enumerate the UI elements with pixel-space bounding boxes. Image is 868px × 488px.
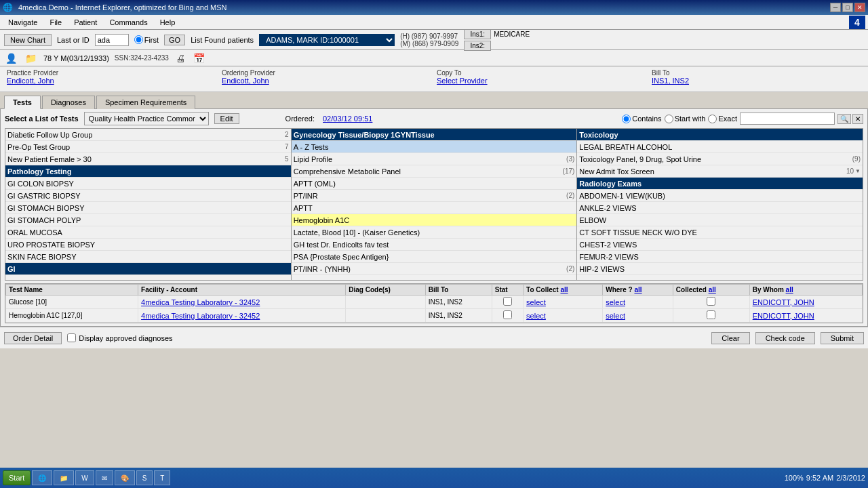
test-list-item[interactable]: GI GASTRIC BIOPSY xyxy=(5,190,291,202)
test-list-item[interactable]: Lactate, Blood [10] - (Kaiser Genetics) xyxy=(292,226,577,239)
start-with-radio[interactable] xyxy=(665,115,673,123)
test-list-item[interactable]: ORAL MUCOSA xyxy=(5,226,291,239)
exact-radio[interactable] xyxy=(708,115,717,123)
stat-checkbox[interactable] xyxy=(503,310,512,319)
close-button[interactable]: ✕ xyxy=(854,3,865,12)
where-link[interactable]: select xyxy=(606,298,625,306)
go-button[interactable]: GO xyxy=(164,35,185,45)
test-list-item[interactable]: New Admit Tox Screen10 ▼ xyxy=(577,165,863,178)
contains-radio[interactable] xyxy=(622,115,631,123)
test-list-item[interactable]: ELBOW xyxy=(577,214,863,226)
menu-help[interactable]: Help xyxy=(155,17,181,28)
menu-navigate[interactable]: Navigate xyxy=(3,17,43,28)
practice-provider-link[interactable]: Endicott, John xyxy=(7,77,54,85)
test-list-item[interactable]: Pathology Testing xyxy=(5,165,291,178)
to-collect-all-link[interactable]: all xyxy=(560,286,568,293)
collected-all-link[interactable]: all xyxy=(709,286,716,293)
test-list-item[interactable]: Hemoglobin A1C xyxy=(292,214,577,226)
taskbar-outlook[interactable]: ✉ xyxy=(96,470,113,485)
test-list-item[interactable]: Radiology Exams xyxy=(577,178,863,190)
stat-checkbox[interactable] xyxy=(503,297,512,306)
ordered-link[interactable]: 02/03/12 09:51 xyxy=(323,115,372,123)
bill-to-link[interactable]: INS1, INS2 xyxy=(652,77,689,85)
to-collect-link[interactable]: select xyxy=(526,312,546,320)
folder-icon[interactable]: 📁 xyxy=(24,53,38,64)
test-list-item[interactable]: PT/INR - (YNHH)(2) xyxy=(292,263,577,275)
test-list-item[interactable]: Comprehensive Metabolic Panel(17) xyxy=(292,165,577,178)
test-list-item[interactable]: GI xyxy=(5,263,291,275)
test-list-item[interactable]: New Patient Female > 305 xyxy=(5,153,291,165)
clear-button[interactable]: Clear xyxy=(711,332,749,344)
start-button[interactable]: Start xyxy=(3,470,31,485)
taskbar-skype[interactable]: S xyxy=(136,470,153,485)
search-reset-button[interactable]: ✕ xyxy=(852,114,863,124)
test-list-item[interactable]: A - Z Tests xyxy=(292,141,577,153)
check-code-button[interactable]: Check code xyxy=(755,332,815,344)
test-list-item[interactable]: Lipid Profile(3) xyxy=(292,153,577,165)
tab-specimen-requirements[interactable]: Specimen Requirements xyxy=(96,96,195,109)
edit-button[interactable]: Edit xyxy=(214,113,239,124)
maximize-button[interactable]: □ xyxy=(842,3,853,12)
taskbar-team[interactable]: T xyxy=(154,470,170,485)
menu-commands[interactable]: Commands xyxy=(104,17,153,28)
test-list-item[interactable]: GH test Dr. Endicolts fav test xyxy=(292,239,577,251)
test-list-item[interactable]: PT/INR(2) xyxy=(292,190,577,202)
tab-diagnoses[interactable]: Diagnoses xyxy=(42,96,95,109)
count-arrow[interactable]: ▼ xyxy=(855,168,861,174)
test-list-item[interactable]: GI STOMACH BIOPSY xyxy=(5,202,291,214)
test-list-item[interactable]: PSA {Prostate Spec Antigen} xyxy=(292,251,577,263)
minimize-button[interactable]: ─ xyxy=(830,3,841,12)
patient-dropdown[interactable]: ADAMS, MARK ID:1000001 xyxy=(259,34,395,46)
test-list-item[interactable]: LEGAL BREATH ALCOHOL xyxy=(577,141,863,153)
ins1-button[interactable]: Ins1: xyxy=(464,29,491,39)
order-detail-button[interactable]: Order Detail xyxy=(4,332,62,344)
copy-to-link[interactable]: Select Provider xyxy=(437,77,488,85)
test-list-item[interactable]: APTT xyxy=(292,202,577,214)
search-go-button[interactable]: 🔍 xyxy=(837,114,851,124)
to-collect-link[interactable]: select xyxy=(526,298,546,306)
first-radio[interactable] xyxy=(134,35,143,44)
schedule-icon[interactable]: 📅 xyxy=(192,53,206,64)
facility-link[interactable]: 4medica Testing Laboratory - 32452 xyxy=(141,312,260,320)
search-input[interactable] xyxy=(740,113,835,125)
by-whom-all-link[interactable]: all xyxy=(786,286,793,293)
test-list-item[interactable]: ANKLE-2 VIEWS xyxy=(577,202,863,214)
test-list-item[interactable]: GI COLON BIOPSY xyxy=(5,178,291,190)
taskbar-ie[interactable]: 🌐 xyxy=(32,470,52,485)
test-list-item[interactable]: GI STOMACH POLYP xyxy=(5,214,291,226)
ins2-button[interactable]: Ins2: xyxy=(464,41,491,51)
taskbar-paint[interactable]: 🎨 xyxy=(115,470,135,485)
test-list-item[interactable]: SKIN FACE BIOPSY xyxy=(5,251,291,263)
submit-button[interactable]: Submit xyxy=(821,332,864,344)
test-list-item[interactable]: Diabetic Follow Up Group2 xyxy=(5,129,291,141)
test-list-item[interactable]: FEMUR-2 VIEWS xyxy=(577,251,863,263)
where-link[interactable]: select xyxy=(606,312,625,320)
test-list-item[interactable]: Pre-Op Test Group7 xyxy=(5,141,291,153)
tab-tests[interactable]: Tests xyxy=(4,96,41,109)
menu-patient[interactable]: Patient xyxy=(68,17,102,28)
menu-file[interactable]: File xyxy=(44,17,67,28)
collected-checkbox[interactable] xyxy=(707,297,715,306)
ordering-provider-link[interactable]: Endicott, John xyxy=(222,77,269,85)
collected-checkbox[interactable] xyxy=(707,310,715,319)
where-all-link[interactable]: all xyxy=(634,286,642,293)
id-input[interactable] xyxy=(95,34,129,46)
test-list-item[interactable]: ABDOMEN-1 VIEW(KUB) xyxy=(577,190,863,202)
taskbar-explorer[interactable]: 📁 xyxy=(54,470,74,485)
display-diagnoses-checkbox[interactable] xyxy=(67,333,76,342)
test-list-item[interactable]: Toxicology Panel, 9 Drug, Spot Urine(9) xyxy=(577,153,863,165)
test-list-select[interactable]: Quality Health Practice Commor xyxy=(84,112,209,125)
by-whom-link[interactable]: ENDICOTT, JOHN xyxy=(753,312,814,320)
print-icon[interactable]: 🖨 xyxy=(174,53,186,64)
test-list-item[interactable]: CHEST-2 VIEWS xyxy=(577,239,863,251)
test-list-item[interactable]: Toxicology xyxy=(577,129,863,141)
by-whom-link[interactable]: ENDICOTT, JOHN xyxy=(753,298,814,306)
test-list-item[interactable]: Gynecology Tissue/Biopsy 1GYNTissue xyxy=(292,129,577,141)
person-icon[interactable]: 👤 xyxy=(4,53,18,64)
taskbar-word[interactable]: W xyxy=(75,470,94,485)
test-list-item[interactable]: URO PROSTATE BIOPSY xyxy=(5,239,291,251)
test-list-item[interactable]: APTT (OML) xyxy=(292,178,577,190)
facility-link[interactable]: 4medica Testing Laboratory - 32452 xyxy=(141,298,260,306)
test-list-item[interactable]: HIP-2 VIEWS xyxy=(577,263,863,275)
test-list-item[interactable]: CT SOFT TISSUE NECK W/O DYE xyxy=(577,226,863,239)
